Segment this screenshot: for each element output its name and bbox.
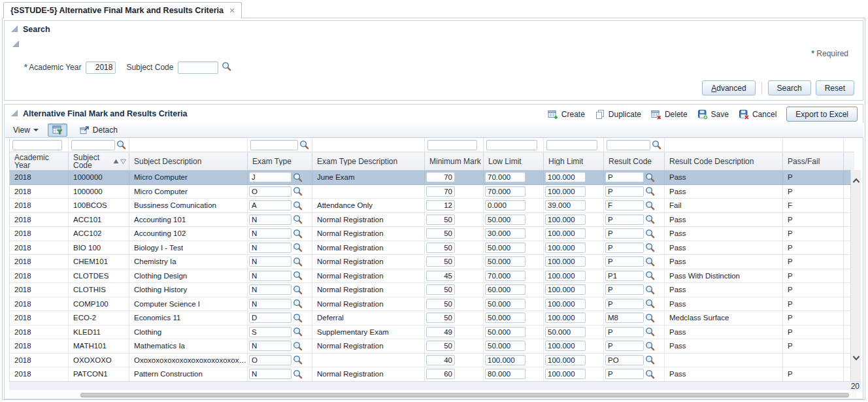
low_limit-input[interactable] [485, 200, 526, 210]
column-header-pass_fail[interactable]: Pass/Fail [783, 152, 844, 170]
table-row[interactable]: 20181000000Micro ComputerJune ExamPassP [10, 171, 854, 185]
high_limit-input[interactable] [545, 369, 586, 379]
column-header-subject_desc[interactable]: Subject Description [129, 152, 248, 170]
results-collapse-icon[interactable] [11, 109, 18, 118]
exam_type-lov-icon[interactable] [293, 355, 303, 365]
min_mark-input[interactable] [426, 327, 455, 337]
min_mark-input[interactable] [426, 172, 455, 182]
filter-exam_type-search-icon[interactable] [299, 140, 309, 150]
result_code-input[interactable] [605, 284, 644, 295]
result_code-lov-icon[interactable] [645, 214, 655, 224]
high_limit-input[interactable] [545, 327, 586, 337]
exam_type-lov-icon[interactable] [293, 186, 303, 196]
detach-button[interactable]: Detach [79, 125, 118, 135]
exam_type-lov-icon[interactable] [293, 201, 303, 210]
search-disclosure-icon[interactable] [12, 40, 19, 49]
result_code-input[interactable] [605, 369, 644, 379]
filter-low_limit-input[interactable] [486, 140, 537, 150]
table-row[interactable]: 2018COMP100Computer Science INormal Regi… [10, 297, 854, 312]
cancel-button[interactable]: Cancel [739, 109, 776, 120]
exam_type-lov-icon[interactable] [293, 243, 303, 252]
table-row[interactable]: 2018CHEM101Chemistry IaNormal Registrati… [10, 255, 854, 269]
low_limit-input[interactable] [485, 228, 526, 239]
exam_type-input[interactable] [249, 256, 292, 267]
table-row[interactable]: 2018ACC101Accounting 101Normal Registrat… [10, 213, 854, 227]
result_code-lov-icon[interactable] [645, 201, 655, 210]
result_code-lov-icon[interactable] [645, 271, 655, 280]
exam_type-lov-icon[interactable] [293, 257, 303, 267]
min_mark-input[interactable] [426, 355, 455, 365]
save-button[interactable]: Save [697, 109, 729, 120]
min_mark-input[interactable] [426, 243, 455, 253]
high_limit-input[interactable] [545, 355, 586, 365]
exam_type-input[interactable] [249, 284, 292, 295]
low_limit-input[interactable] [485, 214, 526, 225]
table-row[interactable]: 2018ACC102Accounting 102Normal Registrat… [10, 227, 854, 241]
min_mark-input[interactable] [426, 299, 455, 309]
min_mark-input[interactable] [426, 228, 455, 239]
exam_type-lov-icon[interactable] [293, 299, 303, 309]
column-header-exam_type[interactable]: Exam Type [248, 152, 312, 170]
result_code-lov-icon[interactable] [645, 285, 655, 295]
table-row[interactable]: 2018100BCOSBussiness ComunicationAttenda… [10, 199, 854, 213]
subject-code-input[interactable] [178, 61, 218, 74]
result_code-input[interactable] [605, 341, 644, 351]
result_code-lov-icon[interactable] [645, 341, 655, 351]
high_limit-input[interactable] [545, 172, 586, 182]
table-row[interactable]: 20181000000Micro ComputerPassP [10, 185, 854, 199]
low_limit-input[interactable] [485, 284, 526, 295]
exam_type-input[interactable] [249, 214, 292, 225]
table-row[interactable]: 2018OXOXOXOOxoxoxoxoxoxoxoxoxoxoxoxoxox.… [10, 354, 854, 368]
exam_type-lov-icon[interactable] [293, 327, 303, 337]
reset-button[interactable]: Reset [816, 80, 854, 95]
table-row[interactable]: 2018KLED11ClothingSupplementary ExamPass… [10, 326, 854, 340]
exam_type-lov-icon[interactable] [293, 214, 303, 224]
low_limit-input[interactable] [485, 299, 526, 309]
exam_type-input[interactable] [249, 312, 292, 323]
scroll-down-icon[interactable] [852, 354, 861, 364]
high_limit-input[interactable] [545, 186, 586, 197]
tab-close-icon[interactable]: × [229, 7, 235, 14]
result_code-lov-icon[interactable] [645, 173, 655, 182]
high_limit-input[interactable] [545, 243, 586, 253]
min_mark-input[interactable] [426, 200, 455, 210]
exam_type-lov-icon[interactable] [293, 369, 303, 379]
horizontal-scroll-thumb[interactable] [80, 393, 849, 397]
min_mark-input[interactable] [426, 214, 455, 225]
result_code-lov-icon[interactable] [645, 186, 655, 196]
result_code-lov-icon[interactable] [645, 243, 655, 252]
low_limit-input[interactable] [485, 341, 526, 351]
filter-min_mark-input[interactable] [427, 140, 477, 150]
advanced-button[interactable]: Advanced [702, 80, 755, 95]
exam_type-input[interactable] [249, 271, 292, 281]
high_limit-input[interactable] [545, 341, 586, 351]
result_code-input[interactable] [605, 355, 644, 365]
result_code-lov-icon[interactable] [645, 313, 655, 323]
low_limit-input[interactable] [485, 369, 526, 379]
table-row[interactable]: 2018ECO-2Economics 11DeferralMedclass Su… [10, 311, 854, 326]
result_code-lov-icon[interactable] [645, 369, 655, 379]
high_limit-input[interactable] [545, 284, 586, 295]
exam_type-input[interactable] [249, 228, 292, 239]
academic-year-input[interactable] [86, 61, 116, 74]
min_mark-input[interactable] [426, 341, 455, 351]
sort-asc-icon[interactable] [112, 158, 120, 165]
result_code-input[interactable] [605, 243, 644, 253]
result_code-input[interactable] [605, 271, 644, 281]
exam_type-lov-icon[interactable] [293, 285, 303, 295]
vertical-scrollbar[interactable] [850, 170, 861, 381]
low_limit-input[interactable] [485, 172, 526, 182]
low_limit-input[interactable] [485, 256, 526, 267]
column-header-result_desc[interactable]: Result Code Description [665, 152, 783, 170]
result_code-input[interactable] [605, 299, 644, 309]
low_limit-input[interactable] [485, 355, 526, 365]
horizontal-scrollbar[interactable] [10, 392, 857, 398]
exam_type-input[interactable] [249, 243, 292, 253]
result_code-lov-icon[interactable] [645, 355, 655, 365]
min_mark-input[interactable] [426, 312, 455, 323]
exam_type-lov-icon[interactable] [293, 313, 303, 323]
result_code-lov-icon[interactable] [645, 257, 655, 267]
result_code-input[interactable] [605, 327, 644, 337]
exam_type-input[interactable] [249, 327, 292, 337]
search-button[interactable]: Search [768, 80, 811, 95]
